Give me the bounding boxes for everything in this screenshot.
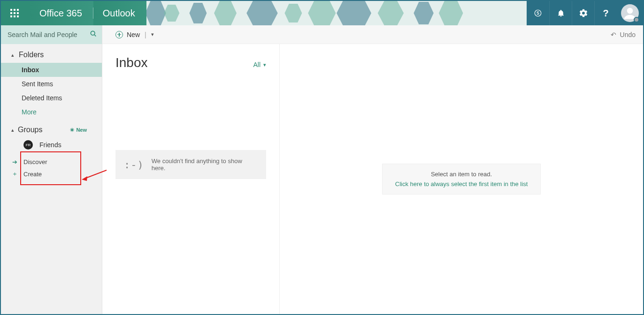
emoji-icon: :-) <box>124 159 144 171</box>
gear-icon <box>579 8 588 18</box>
svg-point-22 <box>91 31 95 35</box>
list-filter[interactable]: All ▾ <box>253 61 266 68</box>
message-list-pane: Inbox All ▾ :-) We couldn't find anythin… <box>102 44 280 314</box>
svg-marker-3 <box>337 1 371 25</box>
reading-pane: Select an item to read. Click here to al… <box>280 44 643 314</box>
settings-button[interactable] <box>572 1 594 25</box>
svg-point-21 <box>627 8 633 14</box>
brand-label[interactable]: Office 365 <box>28 1 93 25</box>
svg-rect-15 <box>14 12 15 14</box>
svg-line-23 <box>94 35 96 36</box>
suite-header: Office 365 Outlook ? <box>1 1 643 25</box>
help-button[interactable]: ? <box>594 1 617 25</box>
empty-state: :-) We couldn't find anything to show he… <box>115 150 266 179</box>
folders-more[interactable]: More <box>1 105 102 119</box>
svg-rect-17 <box>10 15 12 17</box>
skype-icon <box>534 9 542 17</box>
svg-rect-14 <box>10 12 12 14</box>
help-icon: ? <box>603 8 608 19</box>
presence-dot <box>634 17 639 22</box>
search-icon[interactable] <box>90 30 97 39</box>
chevron-up-icon: ▴ <box>11 52 14 58</box>
groups-header[interactable]: ▴ Groups ✳ New <box>1 119 102 138</box>
sparkle-icon: ✳ <box>70 127 74 133</box>
svg-marker-0 <box>145 1 166 25</box>
groups-new-badge: ✳ New <box>70 127 93 133</box>
empty-text: We couldn't find anything to show here. <box>152 158 258 172</box>
groups-create[interactable]: ＋ Create <box>1 168 102 180</box>
folders-label: Folders <box>19 51 44 59</box>
bell-icon <box>557 9 565 17</box>
notifications-button[interactable] <box>549 1 572 25</box>
app-launcher-button[interactable] <box>1 1 28 25</box>
search-bar[interactable] <box>1 25 102 44</box>
waffle-icon <box>10 9 19 17</box>
header-decoration <box>142 1 488 25</box>
command-bar: New | ▾ ↶ Undo <box>102 25 643 44</box>
svg-rect-12 <box>14 9 15 11</box>
folder-deleted-items[interactable]: Deleted Items <box>1 91 102 105</box>
reading-placeholder-link[interactable]: Click here to always select the first it… <box>387 180 536 188</box>
svg-marker-5 <box>164 5 179 22</box>
svg-marker-9 <box>378 1 404 25</box>
search-input[interactable] <box>8 31 90 38</box>
svg-marker-7 <box>284 4 302 22</box>
svg-rect-16 <box>17 12 19 14</box>
svg-marker-2 <box>246 1 277 25</box>
chevron-up-icon: ▴ <box>11 127 14 133</box>
undo-icon: ↶ <box>611 31 616 38</box>
new-button[interactable]: New <box>115 31 140 38</box>
chevron-down-icon: ▾ <box>263 62 266 68</box>
svg-marker-4 <box>414 2 433 24</box>
arrow-right-icon: ➔ <box>11 158 18 165</box>
svg-marker-8 <box>308 1 336 25</box>
groups-discover[interactable]: ➔ Discover <box>1 156 102 168</box>
folder-sent-items[interactable]: Sent Items <box>1 77 102 91</box>
svg-marker-10 <box>439 1 463 25</box>
group-avatar: FR <box>23 140 33 150</box>
plus-circle-icon <box>115 31 123 38</box>
svg-rect-11 <box>10 9 12 11</box>
separator: | <box>145 31 146 38</box>
left-nav: ▴ Folders Inbox Sent Items Deleted Items… <box>1 25 102 314</box>
folder-inbox[interactable]: Inbox <box>1 63 102 77</box>
me-avatar[interactable] <box>617 1 643 25</box>
app-label[interactable]: Outlook <box>93 1 146 25</box>
group-friends[interactable]: FR Friends <box>1 138 102 152</box>
group-label: Friends <box>39 141 61 149</box>
svg-marker-6 <box>214 1 237 25</box>
skype-button[interactable] <box>527 1 549 25</box>
svg-rect-13 <box>17 9 19 11</box>
new-dropdown[interactable]: ▾ <box>151 31 154 38</box>
reading-placeholder-line1: Select an item to read. <box>387 171 536 178</box>
folders-header[interactable]: ▴ Folders <box>1 44 102 63</box>
svg-rect-19 <box>17 15 19 17</box>
plus-icon: ＋ <box>11 170 18 178</box>
svg-rect-18 <box>14 15 15 17</box>
undo-button[interactable]: ↶ Undo <box>611 31 636 38</box>
svg-marker-1 <box>189 3 207 23</box>
groups-label: Groups <box>18 126 42 134</box>
list-title: Inbox <box>115 55 148 70</box>
